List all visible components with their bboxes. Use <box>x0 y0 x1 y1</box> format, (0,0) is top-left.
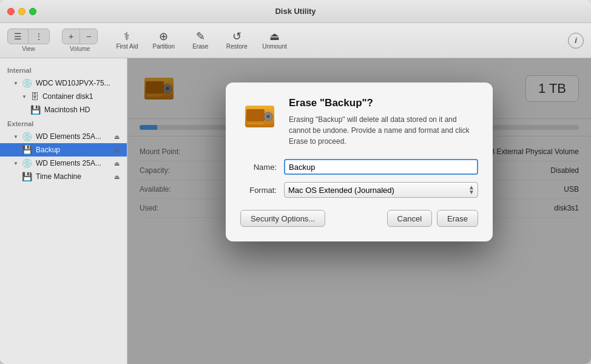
restore-button[interactable]: ↺ Restore <box>220 29 254 52</box>
svg-rect-10 <box>248 123 263 124</box>
main-content: Internal ▼ 💿 WDC WD10JPVX-75... ▼ 🗄 Cont… <box>0 58 591 364</box>
volume-group: + − Volume <box>62 29 98 52</box>
volume-label: Volume <box>70 46 90 52</box>
modal-header: Erase "Backup"? Erasing "Backup" will de… <box>240 97 478 147</box>
view-segmented[interactable]: ☰ ⋮ <box>7 29 50 44</box>
first-aid-icon: ⚕ <box>124 31 130 42</box>
partition-button[interactable]: ⊕ Partition <box>147 29 181 52</box>
erase-button[interactable]: ✎ Erase <box>183 29 217 52</box>
sidebar-item-wd-ext1[interactable]: ▼ 💿 WD Elements 25A... ⏏ <box>0 130 127 143</box>
disk-icon: 💿 <box>22 132 32 141</box>
add-volume-button[interactable]: + <box>62 29 80 44</box>
modal-buttons: Security Options... Cancel Erase <box>240 210 478 227</box>
svg-point-9 <box>266 115 270 118</box>
container-icon: 🗄 <box>30 92 39 101</box>
eject-icon[interactable]: ⏏ <box>114 133 120 140</box>
modal-btn-left: Security Options... <box>240 210 325 227</box>
collapse-triangle-icon: ▼ <box>13 81 18 86</box>
info-button[interactable]: i <box>568 33 584 49</box>
sidebar-section-internal: Internal <box>0 63 127 76</box>
remove-volume-button[interactable]: − <box>80 29 97 44</box>
disk-icon: 💿 <box>22 78 32 88</box>
form-row-name: Name: <box>240 159 478 175</box>
view-list-button[interactable]: ☰ <box>8 29 29 44</box>
view-icons-button[interactable]: ⋮ <box>29 29 49 44</box>
erase-modal: Erase "Backup"? Erasing "Backup" will de… <box>226 83 493 241</box>
restore-icon: ↺ <box>232 31 241 42</box>
collapse-triangle-icon: ▼ <box>22 94 27 99</box>
info-area: i <box>568 33 584 49</box>
format-label: Format: <box>240 186 277 195</box>
sidebar-item-time-machine[interactable]: 💾 Time Machine ⏏ <box>0 170 127 183</box>
eject-icon[interactable]: ⏏ <box>114 147 120 153</box>
eject-icon[interactable]: ⏏ <box>114 174 120 180</box>
toolbar: ☰ ⋮ View + − Volume ⚕ First Aid ⊕ Partit… <box>0 23 591 58</box>
unmount-button[interactable]: ⏏ Unmount <box>256 29 293 52</box>
svg-rect-7 <box>246 109 265 121</box>
collapse-triangle-icon: ▼ <box>13 161 18 166</box>
disk-utility-window: Disk Utility ☰ ⋮ View + − Volume ⚕ First… <box>0 0 591 364</box>
volume-icon: 💾 <box>22 172 32 181</box>
sidebar-item-container[interactable]: ▼ 🗄 Container disk1 <box>0 90 127 103</box>
volume-segmented[interactable]: + − <box>62 29 98 44</box>
modal-btn-right: Cancel Erase <box>387 210 478 227</box>
modal-title-area: Erase "Backup"? Erasing "Backup" will de… <box>289 97 478 147</box>
collapse-triangle-icon: ▼ <box>13 134 18 140</box>
security-options-button[interactable]: Security Options... <box>240 210 325 227</box>
volume-icon: 💾 <box>22 145 32 155</box>
name-label: Name: <box>240 163 277 172</box>
name-input[interactable] <box>284 159 478 175</box>
restore-label: Restore <box>226 43 248 50</box>
modal-disk-icon <box>240 97 279 136</box>
view-label: View <box>22 46 35 52</box>
erase-label: Erase <box>192 43 208 50</box>
sidebar-item-backup[interactable]: 💾 Backup ⏏ <box>0 143 127 157</box>
modal-overlay: Erase "Backup"? Erasing "Backup" will de… <box>127 58 591 364</box>
erase-confirm-button[interactable]: Erase <box>437 210 478 227</box>
minimize-button[interactable] <box>18 8 25 15</box>
unmount-label: Unmount <box>262 43 287 50</box>
partition-label: Partition <box>153 43 175 50</box>
format-select[interactable]: Mac OS Extended (Journaled) Mac OS Exten… <box>284 182 478 198</box>
close-button[interactable] <box>7 8 15 15</box>
sidebar-item-macintosh[interactable]: 💾 Macintosh HD <box>0 103 127 116</box>
traffic-lights <box>7 8 36 15</box>
volume-icon: 💾 <box>30 105 41 115</box>
partition-icon: ⊕ <box>159 31 168 42</box>
sidebar-item-wdc[interactable]: ▼ 💿 WDC WD10JPVX-75... <box>0 76 127 90</box>
form-row-format: Format: Mac OS Extended (Journaled) Mac … <box>240 182 478 198</box>
eject-icon[interactable]: ⏏ <box>114 160 120 167</box>
window-title: Disk Utility <box>275 7 316 16</box>
first-aid-button[interactable]: ⚕ First Aid <box>110 29 144 52</box>
sidebar-item-wd-ext2[interactable]: ▼ 💿 WD Elements 25A... ⏏ <box>0 157 127 170</box>
sidebar-section-external: External <box>0 116 127 130</box>
first-aid-label: First Aid <box>116 43 138 50</box>
titlebar: Disk Utility <box>0 0 591 23</box>
disk-icon: 💿 <box>22 158 32 168</box>
unmount-icon: ⏏ <box>269 31 280 42</box>
cancel-button[interactable]: Cancel <box>387 210 432 227</box>
erase-icon: ✎ <box>196 31 205 42</box>
format-select-wrapper: Mac OS Extended (Journaled) Mac OS Exten… <box>284 182 478 198</box>
maximize-button[interactable] <box>29 8 36 15</box>
modal-form: Name: Format: Mac OS Extended (Journaled… <box>240 159 478 198</box>
modal-title: Erase "Backup"? <box>289 97 478 109</box>
view-group: ☰ ⋮ View <box>7 29 50 52</box>
detail-pane: 1 TB Mount Point: /Volumes/Backup Capaci… <box>127 58 591 364</box>
modal-description: Erasing "Backup" will delete all data st… <box>289 114 478 147</box>
sidebar: Internal ▼ 💿 WDC WD10JPVX-75... ▼ 🗄 Cont… <box>0 58 127 364</box>
